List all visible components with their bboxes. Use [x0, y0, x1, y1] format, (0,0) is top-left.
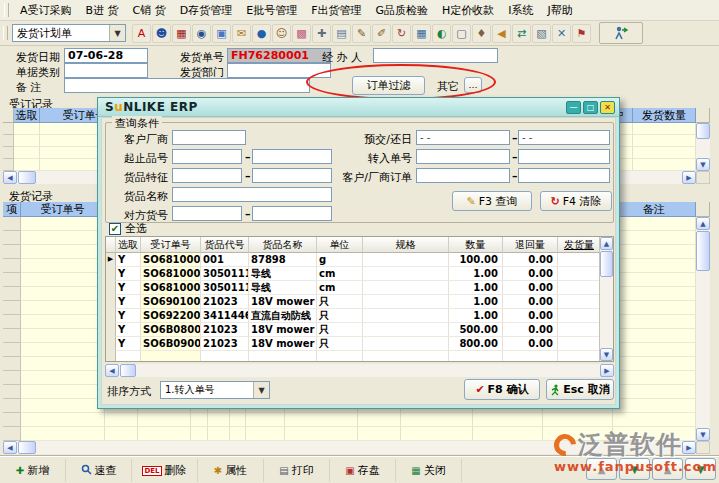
menu-item[interactable]: J帮助 [541, 2, 580, 19]
nav-first-button[interactable]: ▲ [586, 458, 617, 480]
f3-query-button[interactable]: ✎ F3 查询 [452, 191, 532, 211]
item-from-field[interactable] [172, 149, 242, 164]
save-button[interactable]: ▣ 存盘 [330, 459, 396, 482]
flag-icon[interactable]: ⚑ [572, 24, 591, 43]
col-item[interactable]: 项 [3, 202, 21, 217]
save-doc-icon[interactable]: ▣ [212, 24, 231, 43]
doc-type-select[interactable]: 发货计划单 ▼ [12, 24, 126, 42]
remark-field[interactable] [64, 78, 310, 93]
col-ship-qty[interactable]: 发货数量 [633, 108, 696, 123]
column-header[interactable]: 货品代号 [201, 237, 249, 253]
minimize-button[interactable]: — [566, 101, 581, 114]
delete-button[interactable]: DEL 删除 [132, 459, 198, 482]
menu-item[interactable]: H定价收款 [435, 2, 501, 19]
sort-select[interactable]: 1.转入单号 ▼ [160, 381, 270, 399]
menu-item[interactable]: E批号管理 [239, 2, 304, 19]
dialog-table-vscrollbar[interactable]: ▲ ▼ [599, 237, 613, 361]
f8-confirm-button[interactable]: ✔ F8 确认 [464, 379, 540, 400]
menu-item[interactable]: D存货管理 [173, 2, 239, 19]
menu-item[interactable]: F出货管理 [304, 2, 368, 19]
scroll-thumb[interactable] [696, 231, 710, 271]
scroll-down-icon[interactable]: ▼ [600, 348, 613, 361]
due-from-field[interactable]: - - [416, 130, 510, 145]
menu-item[interactable]: C销 货 [126, 2, 173, 19]
col-remark[interactable]: 备注 [613, 202, 696, 217]
transfer-to-field[interactable] [518, 149, 610, 164]
order-filter-button[interactable]: 订单过滤 [352, 76, 425, 95]
column-header[interactable]: 受订单号 [141, 237, 201, 253]
scroll-down-icon[interactable]: ▼ [696, 428, 710, 441]
ship-records-vscrollbar[interactable]: ▲ ▼ [696, 217, 710, 441]
col-order-no[interactable]: 受订单号 [21, 202, 105, 217]
customer-field[interactable] [172, 130, 246, 145]
esc-cancel-button[interactable]: Esc 取消 [546, 379, 614, 400]
customer-order-to-field[interactable] [518, 168, 610, 183]
table-row[interactable]: YSO692200013411446直流自动防线只1.000.00 [106, 309, 613, 323]
item-to-field[interactable] [252, 149, 332, 164]
transfer-from-field[interactable] [416, 149, 510, 164]
speaker-icon[interactable]: ◀ [492, 24, 511, 43]
column-header[interactable]: 货品名称 [249, 237, 317, 253]
table-row[interactable] [106, 351, 613, 362]
feature-to-field[interactable] [252, 168, 332, 183]
factory-icon[interactable]: ♦ [472, 24, 491, 43]
scroll-right-icon[interactable]: ▶ [682, 171, 696, 184]
window-icon[interactable]: ▢ [452, 24, 471, 43]
properties-button[interactable]: ✱ 属性 [198, 459, 264, 482]
more-button[interactable]: … [464, 77, 482, 93]
col-select[interactable]: 选取 [14, 108, 40, 123]
table-icon[interactable]: ▦ [412, 24, 431, 43]
order-records-vscrollbar[interactable]: ▼ [696, 123, 710, 171]
ship-records-hscrollbar[interactable]: ◀ ▶ [3, 441, 696, 454]
scroll-up-icon[interactable]: ▲ [600, 237, 613, 250]
item-name-field[interactable] [172, 187, 332, 202]
close-x-icon[interactable]: ✕ [552, 24, 571, 43]
scroll-thumb[interactable] [600, 251, 613, 277]
column-header[interactable]: 单位 [317, 237, 363, 253]
table-row[interactable]: YSO681000013050111导线cm1.000.00 [106, 281, 613, 295]
menu-item[interactable]: I系统 [501, 2, 540, 19]
net-icon[interactable]: ▩ [292, 24, 311, 43]
dialog-table-hscrollbar[interactable]: ◀ ▶ [105, 364, 614, 377]
scroll-left-icon[interactable]: ◀ [105, 364, 119, 377]
f4-clear-button[interactable]: ↻ F4 清除 [540, 191, 612, 211]
search-doc-icon[interactable]: ◉ [192, 24, 211, 43]
ship-dept-field[interactable] [227, 63, 331, 78]
scroll-thumb[interactable] [696, 123, 710, 139]
doc-icon[interactable]: ▤ [332, 24, 351, 43]
pencil-icon[interactable]: ✎ [352, 24, 371, 43]
table-row[interactable]: ▶YSO6810000100187898g100.000.00 [106, 253, 613, 267]
other-item-from-field[interactable] [172, 206, 242, 221]
globe-icon[interactable]: ● [252, 24, 271, 43]
pin-icon[interactable]: ✚ [312, 24, 331, 43]
scroll-left-icon[interactable]: ◀ [3, 171, 17, 184]
scroll-thumb[interactable] [120, 364, 136, 377]
font-find-icon[interactable]: A [132, 24, 151, 43]
scroll-right-icon[interactable]: ▶ [682, 441, 696, 454]
scroll-down-icon[interactable]: ▼ [696, 158, 710, 171]
scroll-up-icon[interactable]: ▲ [696, 217, 710, 230]
chevron-down-icon[interactable]: ▼ [253, 382, 269, 398]
select-all-checkbox[interactable]: ✔ 全选 [109, 221, 147, 236]
column-header[interactable]: 退回量 [503, 237, 558, 253]
exit-button[interactable] [599, 22, 643, 44]
ship-date-field[interactable]: 07-06-28 [64, 48, 148, 63]
globe-ball-icon[interactable]: ◐ [432, 24, 451, 43]
due-to-field[interactable]: - - [518, 130, 610, 145]
table-row[interactable]: YSO6B0900012102318V mower只800.000.00 [106, 337, 613, 351]
maximize-button[interactable]: □ [583, 101, 598, 114]
person-icon[interactable]: ☺ [272, 24, 291, 43]
mail-icon[interactable]: ✉ [232, 24, 251, 43]
menu-item[interactable]: A受订采购 [13, 2, 79, 19]
feature-from-field[interactable] [172, 168, 242, 183]
nav-next-button[interactable]: ▲ [652, 458, 683, 480]
close-button[interactable]: ▦ 关闭 [396, 459, 462, 482]
close-icon[interactable]: ✕ [600, 101, 615, 114]
menu-item[interactable]: G品质检验 [369, 2, 436, 19]
nav-prev-button[interactable]: ▼ [619, 458, 650, 480]
dialog-titlebar[interactable]: SuNLIKE ERP — □ ✕ [98, 98, 619, 117]
quick-search-button[interactable]: 速查 [66, 459, 132, 482]
refresh-doc-icon[interactable]: ⇄ [512, 24, 531, 43]
table-row[interactable]: YSO6B0800012102318V mower只500.000.00 [106, 323, 613, 337]
new-button[interactable]: ✚ 新增 [0, 459, 66, 482]
